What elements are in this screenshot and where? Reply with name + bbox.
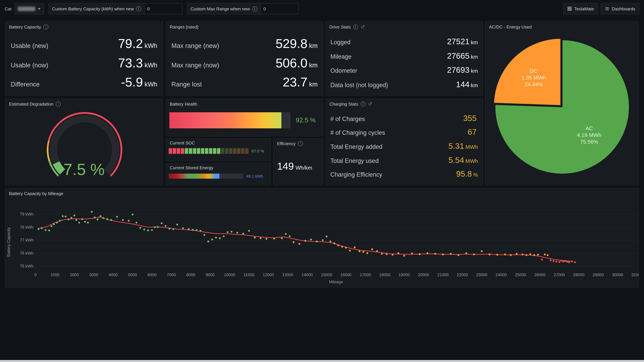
external-link-icon[interactable] (368, 102, 372, 106)
svg-text:Battery Capacity: Battery Capacity (6, 227, 11, 257)
stat-value: -5.9 (121, 75, 143, 89)
stat-row: # of Charging cycles67 (326, 128, 483, 137)
svg-text:1000: 1000 (50, 273, 59, 277)
info-icon[interactable] (136, 6, 141, 11)
teslamate-button[interactable]: TeslaMate (563, 3, 598, 14)
panel-title[interactable]: Estimated Degradation (5, 99, 163, 109)
stat-row: Difference -5.9kWh (5, 75, 163, 89)
gauge-value: 7.5 % (5, 160, 163, 179)
svg-text:9000: 9000 (206, 273, 214, 277)
custom-battery-capacity-input[interactable] (144, 4, 182, 14)
info-icon[interactable] (252, 6, 257, 11)
info-icon[interactable] (298, 141, 303, 146)
panel-battery-health: Battery Health 92.5 % (166, 98, 323, 136)
stored-energy-bar (169, 174, 243, 179)
svg-text:28000: 28000 (573, 273, 584, 277)
dashboards-button[interactable]: Dashboards (601, 3, 639, 14)
efficiency-value: 149 Wh/km (273, 161, 323, 172)
panel-estimated-degradation: Estimated Degradation 7.5 % (5, 98, 163, 185)
panel-drive-stats: Drive Stats Logged27521km Mileage27665km… (325, 21, 483, 96)
svg-text:5000: 5000 (128, 273, 137, 277)
svg-text:30000: 30000 (612, 273, 623, 277)
svg-text:12000: 12000 (263, 273, 274, 277)
svg-text:27000: 27000 (554, 273, 565, 277)
info-icon[interactable] (44, 24, 48, 29)
stat-row: Logged27521km (326, 37, 483, 46)
svg-text:78 kWh: 78 kWh (20, 225, 34, 229)
custom-max-range-input[interactable] (260, 4, 298, 14)
stat-value: 506.0 (276, 56, 308, 70)
svg-text:15000: 15000 (321, 273, 332, 277)
soc-lcd-gauge (169, 148, 248, 154)
svg-text:76 kWh: 76 kWh (20, 251, 34, 255)
svg-text:25000: 25000 (515, 273, 526, 277)
panel-title[interactable]: Current Stored Energy (166, 163, 271, 172)
stat-row: Range lost 23.7km (166, 75, 323, 89)
svg-text:26000: 26000 (534, 273, 546, 277)
external-link-icon[interactable] (360, 25, 364, 29)
svg-text:8000: 8000 (186, 273, 195, 277)
svg-text:0: 0 (34, 273, 36, 277)
panel-charging-stats: Charging Stats # of Charges355 # of Char… (325, 98, 483, 185)
panel-title[interactable]: AC/DC - Energy Used (485, 22, 639, 32)
svg-text:2000: 2000 (70, 273, 79, 277)
stat-row: Total Energy used5.54MWh (326, 155, 483, 165)
svg-text:6000: 6000 (148, 273, 156, 277)
soc-value: 67.0 % (252, 149, 264, 153)
custom-battery-capacity-label: Custom Battery Capacity (kWh) when new (49, 6, 144, 11)
panel-acdc-energy: AC/DC - Energy Used DC1.35 MWh24.44%AC4.… (485, 21, 639, 185)
svg-text:79 kWh: 79 kWh (20, 212, 34, 216)
info-icon[interactable] (56, 101, 61, 106)
panel-title[interactable]: Battery Capacity by Mileage (9, 191, 64, 196)
chevron-down-icon (38, 8, 40, 9)
stat-value: 529.8 (276, 37, 308, 51)
svg-text:20000: 20000 (418, 273, 429, 277)
stat-row: Charging Efficiency95.8% (326, 169, 483, 179)
panel-ranges: Ranges [rated] Max range (new) 529.8km M… (166, 21, 323, 96)
panel-title[interactable]: Efficiency (273, 138, 323, 148)
svg-text:7000: 7000 (167, 273, 176, 277)
panel-capacity-by-mileage: Battery Capacity by Mileage 75 kWh76 kWh… (5, 188, 639, 288)
panel-battery-capacity: Battery Capacity Usable (new) 79.2kWh Us… (5, 21, 163, 96)
car-select-value-redacted (18, 6, 35, 11)
panel-title[interactable]: Battery Health (166, 99, 323, 109)
stat-value: 23.7 (282, 75, 308, 89)
panel-title[interactable]: Current SOC (166, 138, 271, 147)
stat-row: Total Energy added5.31MWh (326, 141, 483, 151)
stat-row: Odometer27693km (326, 65, 483, 75)
panel-efficiency: Efficiency 149 Wh/km (273, 138, 323, 185)
car-select[interactable] (14, 3, 44, 14)
apps-grid-icon (567, 6, 572, 11)
info-icon[interactable] (353, 24, 358, 29)
svg-text:17000: 17000 (360, 273, 371, 277)
panel-stored-energy: Current Stored Energy 49.1 kWh (166, 163, 271, 185)
svg-text:18000: 18000 (379, 273, 390, 277)
stat-value: 79.2 (118, 37, 143, 51)
battery-health-value: 92.5 % (296, 117, 316, 124)
svg-text:75 kWh: 75 kWh (20, 264, 34, 268)
dashboard-root: Car Custom Battery Capacity (kWh) when n… (0, 0, 644, 362)
custom-max-range-label: Custom Max Range when new (188, 6, 260, 11)
stored-energy-fill (169, 174, 219, 179)
stat-value: 73.3 (118, 56, 143, 70)
car-label: Car (5, 6, 12, 11)
battery-health-bar (170, 112, 290, 128)
panel-title[interactable]: Charging Stats (326, 99, 483, 109)
custom-battery-capacity-control: Custom Battery Capacity (kWh) when new (49, 3, 182, 14)
svg-text:Mileage: Mileage (329, 280, 343, 284)
svg-text:21000: 21000 (438, 273, 448, 277)
svg-text:14000: 14000 (302, 273, 313, 277)
svg-text:16000: 16000 (340, 273, 352, 277)
svg-text:10000: 10000 (224, 273, 235, 277)
stat-row: Max range (new) 529.8km (166, 37, 323, 51)
stat-row: Max range (now) 506.0km (166, 56, 323, 70)
panel-title[interactable]: Ranges [rated] (166, 22, 323, 32)
acdc-pie-chart[interactable]: DC1.35 MWh24.44%AC4.19 MWh75.56% (485, 31, 639, 185)
info-icon[interactable] (360, 101, 366, 106)
stat-row: Usable (now) 73.3kWh (5, 56, 163, 70)
svg-text:29000: 29000 (592, 273, 604, 277)
capacity-mileage-chart[interactable]: 75 kWh76 kWh77 kWh78 kWh79 kWh0100020003… (5, 188, 639, 287)
pie-slice-dc (494, 38, 561, 105)
panel-title[interactable]: Drive Stats (326, 22, 483, 32)
panel-title[interactable]: Battery Capacity (5, 22, 163, 32)
